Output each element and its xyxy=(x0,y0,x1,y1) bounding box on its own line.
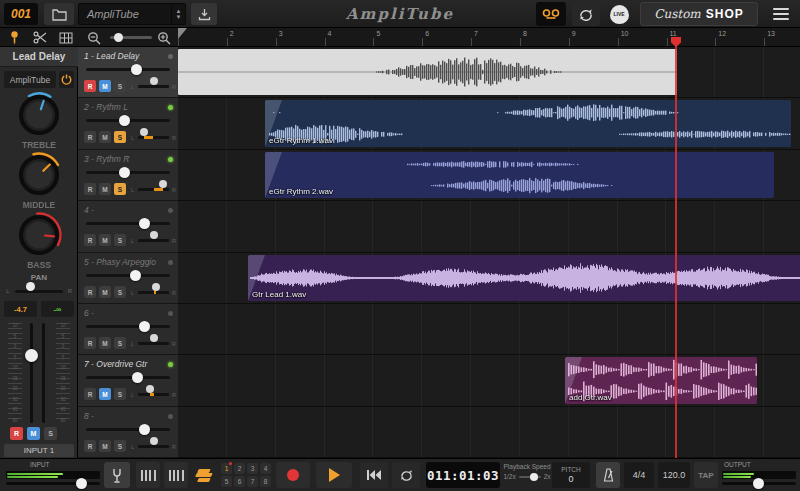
timeline-ruler[interactable]: 2345678910111213 xyxy=(178,28,800,47)
track-header[interactable]: 3 - Rythm RRMSLR xyxy=(78,150,178,201)
level-readout[interactable]: -∞ xyxy=(41,301,74,317)
track-name[interactable]: 1 - Lead Delay xyxy=(84,51,139,61)
track-pan-slider[interactable]: LR xyxy=(131,286,176,298)
track-lane[interactable] xyxy=(178,201,800,253)
track-name[interactable]: 7 - Overdrive Gtr xyxy=(84,359,147,369)
loop-bank-6[interactable]: 6 xyxy=(234,476,245,487)
pan-track[interactable] xyxy=(138,239,169,242)
track-volume-slider[interactable] xyxy=(86,376,170,379)
track-header[interactable]: 4 -RMSLR xyxy=(78,201,178,253)
pan-thumb[interactable] xyxy=(150,231,158,239)
metronome-button[interactable] xyxy=(596,462,620,488)
pan-track[interactable] xyxy=(138,393,169,396)
loop-start-flag[interactable] xyxy=(178,28,187,39)
speed-slider-thumb[interactable] xyxy=(530,473,538,481)
playback-speed-control[interactable]: Playback Speed 1/2x 2x xyxy=(504,463,550,488)
track-status-dot[interactable] xyxy=(168,311,173,316)
track-mute-button[interactable]: M xyxy=(99,183,111,195)
audio-clip[interactable] xyxy=(178,49,677,95)
time-position-display[interactable]: 011:01:03 xyxy=(426,462,500,488)
input-meter-widget[interactable]: INPUT xyxy=(6,461,100,490)
speed-slider[interactable] xyxy=(519,476,541,478)
track-status-dot[interactable] xyxy=(168,54,173,59)
tap-tempo-button[interactable]: TAP xyxy=(694,462,718,488)
track-status-dot[interactable] xyxy=(168,414,173,419)
track-mute-button[interactable]: M xyxy=(99,234,111,246)
loop-bank-7[interactable]: 7 xyxy=(247,476,258,487)
solo-button[interactable]: S xyxy=(44,427,57,440)
custom-shop-button[interactable]: Custom SHOP xyxy=(640,2,758,26)
output-meter-widget[interactable]: OUTPUT xyxy=(722,461,796,490)
track-mute-button[interactable]: M xyxy=(99,388,111,400)
grid-edit-button[interactable] xyxy=(58,30,74,45)
track-solo-button[interactable]: S xyxy=(114,286,126,298)
track-header[interactable]: 5 - Phasy ArpeggioRMSLR xyxy=(78,253,178,304)
pan-track[interactable] xyxy=(138,291,169,294)
track-mute-button[interactable]: M xyxy=(99,440,111,452)
track-status-dot[interactable] xyxy=(168,208,173,213)
pan-track[interactable] xyxy=(138,85,169,88)
plugin-power-button[interactable] xyxy=(59,71,74,88)
track-arm-button[interactable]: R xyxy=(84,388,96,400)
cut-tool-button[interactable] xyxy=(32,30,48,45)
mute-button[interactable]: M xyxy=(27,427,40,440)
track-volume-thumb[interactable] xyxy=(130,270,141,281)
track-solo-button[interactable]: S xyxy=(114,388,126,400)
rhythm-pattern-button-2[interactable] xyxy=(164,462,188,488)
track-pan-slider[interactable]: LR xyxy=(131,337,176,349)
input-gain-thumb[interactable] xyxy=(76,478,87,489)
track-solo-button[interactable]: S xyxy=(114,440,126,452)
track-volume-thumb[interactable] xyxy=(131,64,142,75)
zoom-in-button[interactable] xyxy=(156,30,172,45)
loop-bank-5[interactable]: 5 xyxy=(221,476,232,487)
plugin-button[interactable]: AmpliTube xyxy=(4,71,56,88)
track-volume-slider[interactable] xyxy=(86,428,170,431)
loop-bank-3[interactable]: 3 xyxy=(247,463,258,474)
zoom-slider[interactable] xyxy=(110,36,152,39)
track-lane[interactable] xyxy=(178,407,800,458)
save-preset-button[interactable] xyxy=(191,3,217,25)
zoom-slider-thumb[interactable] xyxy=(114,33,123,42)
track-solo-button[interactable]: S xyxy=(114,131,126,143)
track-volume-slider[interactable] xyxy=(86,119,170,122)
track-header[interactable]: 6 -RMSLR xyxy=(78,304,178,355)
track-status-dot[interactable] xyxy=(168,105,173,110)
track-status-dot[interactable] xyxy=(168,362,173,367)
preset-name-field[interactable]: AmpliTube ▲▼ xyxy=(78,3,186,25)
track-volume-slider[interactable] xyxy=(86,325,170,328)
bass-knob[interactable] xyxy=(15,211,63,259)
track-name[interactable]: 3 - Rythm R xyxy=(84,154,129,164)
pan-thumb[interactable] xyxy=(150,437,158,445)
track-status-dot[interactable] xyxy=(168,157,173,162)
track-volume-thumb[interactable] xyxy=(139,321,150,332)
track-status-dot[interactable] xyxy=(168,260,173,265)
rewind-button[interactable] xyxy=(360,462,388,488)
pan-track[interactable] xyxy=(138,188,169,191)
preset-stepper[interactable]: ▲▼ xyxy=(171,4,185,24)
track-header[interactable]: 1 - Lead DelayRMSLR xyxy=(78,47,178,98)
audio-clip[interactable]: eGtr Rythm 2.wav xyxy=(265,152,774,198)
track-name[interactable]: 2 - Rythm L xyxy=(84,102,128,112)
pan-thumb[interactable] xyxy=(150,334,158,342)
treble-knob[interactable] xyxy=(15,91,63,139)
input-select-button[interactable]: INPUT 1 xyxy=(4,444,74,457)
pan-thumb[interactable] xyxy=(146,385,154,393)
track-pan-slider[interactable]: LR xyxy=(131,183,176,195)
track-volume-slider[interactable] xyxy=(86,222,170,225)
loop-bank-2[interactable]: 2 xyxy=(234,463,245,474)
zoom-out-button[interactable] xyxy=(86,30,102,45)
track-volume-thumb[interactable] xyxy=(139,424,150,435)
track-pan-slider[interactable]: LR xyxy=(131,131,176,143)
track-solo-button[interactable]: S xyxy=(114,80,126,92)
record-button[interactable] xyxy=(276,462,310,488)
output-volume-thumb[interactable] xyxy=(753,478,764,489)
pan-thumb[interactable] xyxy=(150,77,158,85)
track-name[interactable]: 5 - Phasy Arpeggio xyxy=(84,257,156,267)
track-header[interactable]: 2 - Rythm LRMSLR xyxy=(78,98,178,150)
track-name[interactable]: 8 - xyxy=(84,411,94,421)
loop-bank-4[interactable]: 4 xyxy=(260,463,271,474)
hamburger-menu-button[interactable] xyxy=(766,2,796,26)
pan-thumb[interactable] xyxy=(152,283,160,291)
track-lane[interactable] xyxy=(178,304,800,355)
channel-fader[interactable]: 10505101520304560 10505101520304560 xyxy=(6,323,72,423)
